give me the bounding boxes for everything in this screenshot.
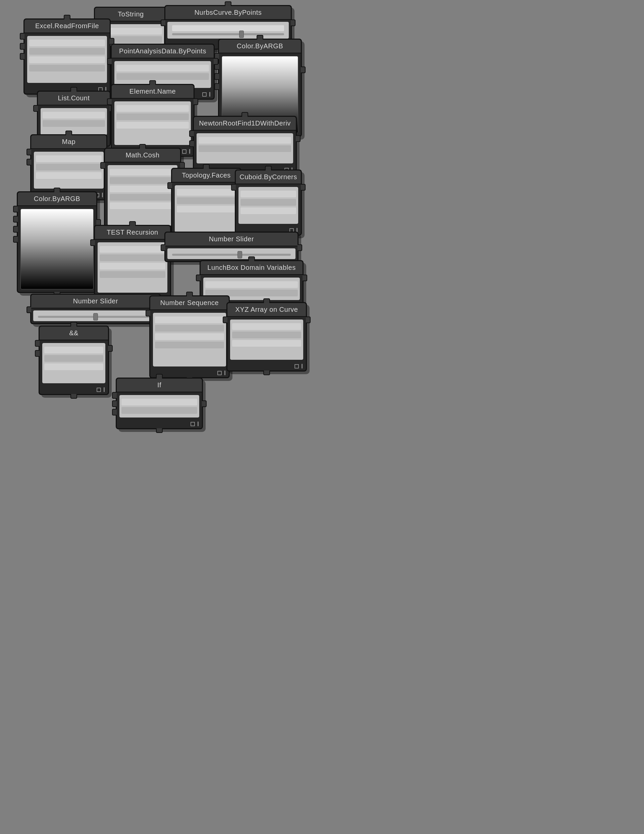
numberSlider1-conn-right[interactable] xyxy=(297,244,302,251)
if-conn-bottom[interactable] xyxy=(156,428,163,433)
if-icon-square xyxy=(190,422,195,426)
elementName-conn-top[interactable] xyxy=(149,80,156,85)
listCount-title: List.Count xyxy=(38,92,110,105)
xyzArrayOnCurve-node: XYZ Array on Curve xyxy=(226,302,307,372)
colorByARGB2-conn-top[interactable] xyxy=(54,187,60,192)
map-icon-bar xyxy=(102,192,103,197)
colorByARGB1-conn-right[interactable] xyxy=(301,66,305,73)
xyzArrayOnCurve-title: XYZ Array on Curve xyxy=(228,303,306,317)
xyzArrayOnCurve-conn-left[interactable] xyxy=(223,317,228,323)
listCount-conn-left[interactable] xyxy=(33,105,38,112)
mathCosh-title: Math.Cosh xyxy=(105,149,180,162)
xyzArrayOnCurve-conn-bottom[interactable] xyxy=(263,370,270,375)
pointAnalysis-conn-right[interactable] xyxy=(214,58,218,65)
if-conn-left-2[interactable] xyxy=(112,400,117,407)
andAnd-node: && xyxy=(39,326,109,395)
testRecursion-node: TEST Recursion xyxy=(94,225,171,304)
numberSlider2-conn-left[interactable] xyxy=(26,306,31,313)
numberSequence-title: Number Sequence xyxy=(150,296,229,310)
cuboidByCorners-conn-left[interactable] xyxy=(231,184,236,191)
cuboidByCorners-conn-right[interactable] xyxy=(301,184,305,191)
colorByARGB1-conn-left-4[interactable] xyxy=(214,83,219,90)
numberSlider1-node: Number Slider xyxy=(165,231,299,262)
colorByARGB2-title: Color.ByARGB xyxy=(18,192,96,206)
nurbsCurve-title: NurbsCurve.ByPoints xyxy=(165,6,291,20)
excelRead-conn-left-2[interactable] xyxy=(20,43,24,50)
testRecursion-conn-top[interactable] xyxy=(129,221,136,226)
nurbsCurve-connector-left[interactable] xyxy=(161,19,165,26)
cuboidByCorners-conn-top[interactable] xyxy=(265,166,272,170)
andAnd-conn-right[interactable] xyxy=(108,345,113,352)
map-conn-top[interactable] xyxy=(65,131,72,135)
andAnd-title: && xyxy=(40,326,108,340)
nurbsCurve-connector-top[interactable] xyxy=(225,2,231,6)
if-title: If xyxy=(117,378,202,392)
elementName-conn-left[interactable] xyxy=(107,99,112,105)
numberSequence-conn-left[interactable] xyxy=(145,310,150,317)
nurbsCurve-connector-right[interactable] xyxy=(291,19,295,26)
if-conn-left-3[interactable] xyxy=(112,409,117,415)
colorByARGB2-conn-left-4[interactable] xyxy=(13,236,18,242)
if-conn-left-1[interactable] xyxy=(112,392,117,399)
mathCosh-node: Math.Cosh xyxy=(104,148,181,237)
topologyFaces-conn-left[interactable] xyxy=(167,182,172,189)
lunchboxDomain-conn-right[interactable] xyxy=(303,275,307,281)
numberSequence-icon-bar xyxy=(224,370,225,375)
map-conn-left-2[interactable] xyxy=(26,159,31,165)
elementName-node: Element.Name xyxy=(111,84,195,157)
mathCosh-conn-left[interactable] xyxy=(100,162,105,169)
numberSlider1-title: Number Slider xyxy=(165,233,297,246)
excelRead-conn-top[interactable] xyxy=(64,15,71,19)
andAnd-conn-bottom[interactable] xyxy=(71,394,77,399)
colorByARGB2-conn-left-3[interactable] xyxy=(13,226,18,233)
colorByARGB1-conn-left-3[interactable] xyxy=(214,73,219,80)
andAnd-conn-left-1[interactable] xyxy=(35,340,40,347)
newtonRoot-conn-top[interactable] xyxy=(242,112,248,117)
colorByARGB2-conn-left-1[interactable] xyxy=(13,206,18,212)
if-conn-right[interactable] xyxy=(202,400,207,407)
if-conn-top[interactable] xyxy=(156,374,163,378)
pointAnalysis-conn-left[interactable] xyxy=(107,58,112,65)
excelRead-conn-left-1[interactable] xyxy=(20,33,24,40)
andAnd-conn-top[interactable] xyxy=(71,322,77,326)
map-title: Map xyxy=(31,135,107,149)
pointAnalysis-icon-bar xyxy=(209,92,210,97)
pointAnalysis-icon-square xyxy=(202,92,207,97)
elementName-icon-bar xyxy=(189,149,190,154)
cuboidByCorners-node: Cuboid.ByCorners xyxy=(235,170,302,236)
numberSequence-conn-top[interactable] xyxy=(186,292,193,296)
xyzArrayOnCurve-conn-top[interactable] xyxy=(263,298,270,303)
newtonRoot-conn-left-1[interactable] xyxy=(189,130,194,137)
if-node: If xyxy=(116,378,203,429)
andAnd-icon-square xyxy=(97,388,101,392)
andAnd-conn-left-2[interactable] xyxy=(35,350,40,357)
map-conn-left-1[interactable] xyxy=(26,149,31,155)
listCount-conn-top[interactable] xyxy=(71,87,77,92)
elementName-conn-right[interactable] xyxy=(194,99,198,105)
numberSequence-node: Number Sequence xyxy=(149,295,230,378)
map-node: Map xyxy=(30,134,107,200)
newtonRoot-conn-right[interactable] xyxy=(296,135,300,142)
pointAnalysis-title: PointAnalysisData.ByPoints xyxy=(112,45,214,58)
numberSlider2-node: Number Slider xyxy=(30,294,161,324)
newtonRoot-title: NewtonRootFind1DWithDeriv xyxy=(194,117,296,131)
elementName-title: Element.Name xyxy=(112,85,194,99)
elementName-icon-square xyxy=(182,149,187,154)
topologyFaces-conn-top[interactable] xyxy=(203,164,210,169)
lunchboxDomain-conn-top[interactable] xyxy=(248,256,255,261)
colorByARGB2-conn-left-2[interactable] xyxy=(13,216,18,223)
lunchboxDomain-conn-left[interactable] xyxy=(196,275,200,281)
newtonRoot-conn-left-2[interactable] xyxy=(189,140,194,147)
excelRead-conn-left-3[interactable] xyxy=(20,53,24,60)
xyzArrayOnCurve-conn-right[interactable] xyxy=(306,317,311,323)
xyzArrayOnCurve-icon-square xyxy=(294,364,299,369)
andAnd-icon-bar xyxy=(104,387,105,392)
mathCosh-conn-top[interactable] xyxy=(139,144,146,149)
topologyFaces-title: Topology.Faces xyxy=(172,169,240,183)
colorByARGB1-conn-top[interactable] xyxy=(257,35,263,40)
numberSlider1-conn-left[interactable] xyxy=(161,244,165,251)
numberSequence-icon-square xyxy=(217,371,222,375)
testRecursion-conn-left[interactable] xyxy=(90,239,95,246)
colorByARGB1-title: Color.ByARGB xyxy=(219,40,301,53)
cuboidByCorners-title: Cuboid.ByCorners xyxy=(236,170,301,184)
